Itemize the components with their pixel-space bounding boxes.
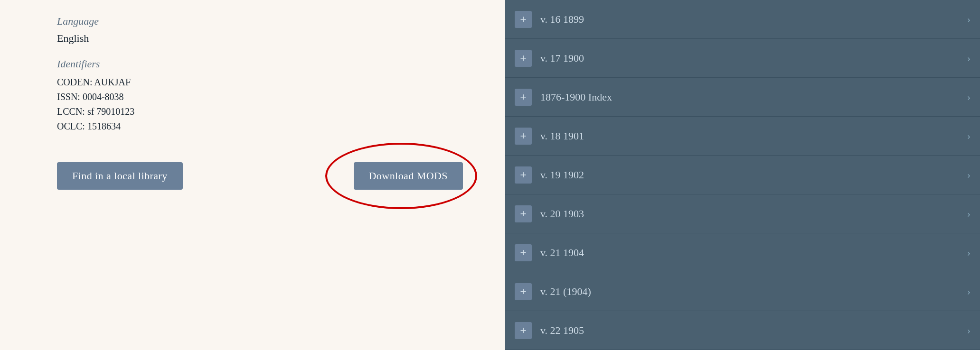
expand-volume-button[interactable]: +: [515, 244, 532, 261]
volume-label: v. 18 1901: [540, 130, 962, 142]
expand-volume-button[interactable]: +: [515, 11, 532, 28]
identifier-oclc: OCLC: 1518634: [57, 121, 482, 132]
chevron-right-icon: ›: [967, 130, 971, 142]
chevron-right-icon: ›: [967, 286, 971, 298]
volume-item[interactable]: +v. 17 1900›: [505, 39, 980, 78]
volume-item[interactable]: +v. 19 1902›: [505, 156, 980, 194]
volume-item[interactable]: +1876-1900 Index›: [505, 78, 980, 117]
expand-volume-button[interactable]: +: [515, 205, 532, 222]
find-library-button[interactable]: Find in a local library: [57, 162, 183, 190]
volume-label: v. 22 1905: [540, 324, 962, 337]
language-section: Language English: [57, 15, 482, 58]
chevron-right-icon: ›: [967, 52, 971, 64]
chevron-right-icon: ›: [967, 13, 971, 26]
volume-item[interactable]: +v. 21 (1904)›: [505, 272, 980, 311]
expand-volume-button[interactable]: +: [515, 322, 532, 339]
volume-item[interactable]: +v. 16 1899›: [505, 0, 980, 39]
identifier-issn: ISSN: 0004-8038: [57, 92, 482, 102]
volume-label: v. 20 1903: [540, 208, 962, 220]
identifiers-section: Identifiers CODEN: AUKJAF ISSN: 0004-803…: [57, 58, 482, 136]
volume-label: v. 16 1899: [540, 13, 962, 26]
volume-item[interactable]: +v. 18 1901›: [505, 117, 980, 156]
language-label: Language: [57, 15, 482, 28]
identifier-lccn: LCCN: sf 79010123: [57, 106, 482, 117]
chevron-right-icon: ›: [967, 247, 971, 259]
volume-item[interactable]: +v. 21 1904›: [505, 233, 980, 272]
expand-volume-button[interactable]: +: [515, 128, 532, 145]
volume-label: 1876-1900 Index: [540, 91, 962, 103]
right-panel: +v. 16 1899›+v. 17 1900›+1876-1900 Index…: [505, 0, 980, 350]
expand-volume-button[interactable]: +: [515, 50, 532, 67]
volume-label: v. 17 1900: [540, 52, 962, 64]
chevron-right-icon: ›: [967, 324, 971, 337]
identifiers-label: Identifiers: [57, 58, 482, 70]
volume-label: v. 21 1904: [540, 247, 962, 259]
volume-label: v. 21 (1904): [540, 286, 962, 298]
chevron-right-icon: ›: [967, 169, 971, 181]
left-panel: Language English Identifiers CODEN: AUKJ…: [0, 0, 505, 350]
expand-volume-button[interactable]: +: [515, 166, 532, 184]
volume-label: v. 19 1902: [540, 169, 962, 181]
expand-volume-button[interactable]: +: [515, 89, 532, 106]
identifier-coden: CODEN: AUKJAF: [57, 77, 482, 88]
chevron-right-icon: ›: [967, 91, 971, 103]
volume-item[interactable]: +v. 22 1905›: [505, 311, 980, 350]
expand-volume-button[interactable]: +: [515, 283, 532, 300]
chevron-right-icon: ›: [967, 208, 971, 220]
download-mods-button[interactable]: Download MODS: [354, 162, 463, 190]
volume-item[interactable]: +v. 20 1903›: [505, 194, 980, 233]
language-value: English: [57, 32, 482, 45]
buttons-row: Find in a local library Download MODS: [57, 162, 482, 190]
